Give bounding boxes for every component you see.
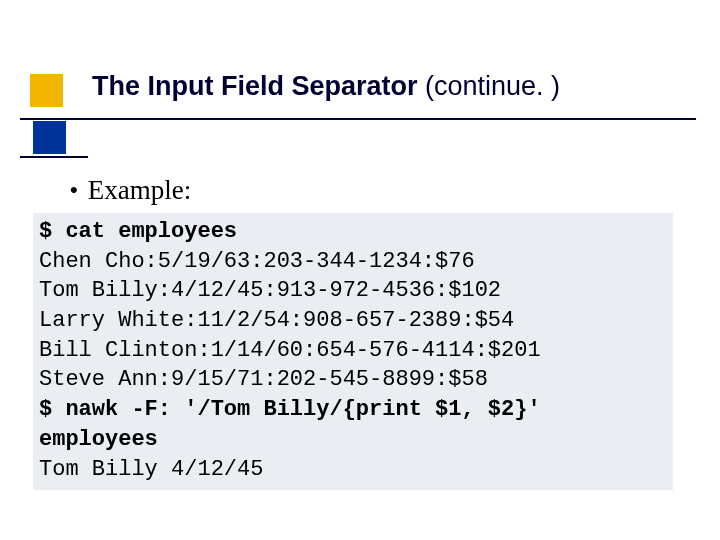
decor-gold-square: [30, 74, 63, 107]
bullet-example: •Example:: [70, 175, 191, 206]
code-block: $ cat employees Chen Cho:5/19/63:203-344…: [33, 213, 673, 490]
title-main: The Input Field Separator: [92, 71, 418, 101]
code-cmd-nawk: $ nawk -F: '/Tom Billy/{print $1, $2}': [39, 397, 541, 422]
decor-short-rule: [20, 156, 88, 158]
code-line: Chen Cho:5/19/63:203-344-1234:$76: [39, 249, 475, 274]
code-output: Tom Billy 4/12/45: [39, 457, 263, 482]
code-line: Tom Billy:4/12/45:913-972-4536:$102: [39, 278, 501, 303]
code-line: Larry White:11/2/54:908-657-2389:$54: [39, 308, 514, 333]
slide: The Input Field Separator (continue. ) •…: [0, 0, 720, 540]
decor-blue-square: [33, 121, 66, 154]
title-underline: [20, 118, 696, 120]
title-continue: (continue. ): [418, 71, 561, 101]
slide-title: The Input Field Separator (continue. ): [92, 70, 680, 104]
bullet-text: Example:: [88, 175, 191, 205]
code-line: Steve Ann:9/15/71:202-545-8899:$58: [39, 367, 488, 392]
code-cmd-nawk-arg: employees: [39, 427, 158, 452]
code-line: Bill Clinton:1/14/60:654-576-4114:$201: [39, 338, 541, 363]
bullet-dot-icon: •: [70, 177, 88, 202]
code-cmd-cat: $ cat employees: [39, 219, 237, 244]
